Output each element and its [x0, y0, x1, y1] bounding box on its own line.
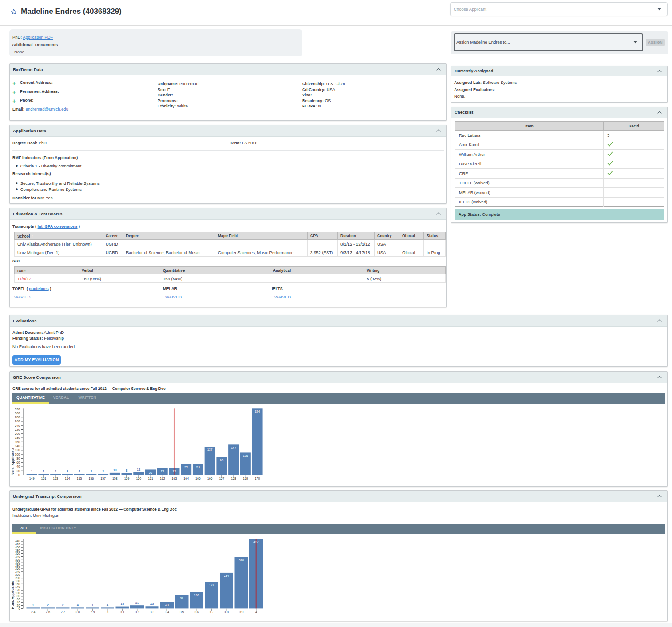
- svg-text:220: 220: [15, 573, 20, 576]
- svg-text:140: 140: [15, 444, 20, 448]
- svg-text:60: 60: [17, 598, 20, 601]
- svg-text:163: 163: [172, 477, 177, 480]
- svg-text:160: 160: [15, 440, 20, 444]
- svg-text:2.4: 2.4: [31, 611, 36, 614]
- svg-text:80: 80: [16, 457, 20, 460]
- svg-text:8: 8: [126, 469, 128, 472]
- svg-text:440: 440: [15, 540, 20, 543]
- svg-text:120: 120: [15, 588, 20, 591]
- svg-text:100: 100: [15, 591, 20, 595]
- svg-text:180: 180: [15, 436, 20, 439]
- svg-text:165: 165: [195, 477, 201, 480]
- svg-text:140: 140: [15, 585, 20, 588]
- svg-text:162: 162: [160, 477, 165, 480]
- svg-text:3.5: 3.5: [180, 611, 184, 614]
- svg-text:60: 60: [16, 461, 20, 464]
- svg-text:2.6: 2.6: [46, 611, 50, 614]
- svg-text:108: 108: [243, 454, 248, 457]
- svg-text:3.6: 3.6: [194, 611, 199, 614]
- svg-text:3.1: 3.1: [120, 611, 125, 614]
- svg-text:320: 320: [15, 558, 20, 561]
- svg-text:160: 160: [15, 583, 20, 586]
- svg-text:26: 26: [149, 471, 152, 474]
- svg-text:147: 147: [231, 446, 236, 449]
- svg-text:200: 200: [15, 576, 20, 579]
- svg-text:4: 4: [77, 603, 79, 607]
- svg-text:137: 137: [207, 448, 213, 451]
- svg-text:91: 91: [180, 596, 184, 599]
- svg-text:360: 360: [15, 552, 20, 555]
- svg-text:260: 260: [15, 420, 20, 423]
- svg-text:167: 167: [219, 477, 225, 480]
- svg-text:160: 160: [136, 477, 141, 480]
- svg-text:153: 153: [53, 477, 58, 480]
- svg-text:400: 400: [15, 546, 20, 549]
- svg-text:4: 4: [79, 470, 80, 473]
- svg-text:43: 43: [165, 603, 169, 607]
- svg-text:3: 3: [102, 470, 104, 473]
- svg-text:155: 155: [77, 477, 82, 480]
- svg-text:2.9: 2.9: [91, 611, 95, 614]
- svg-text:157: 157: [100, 477, 106, 480]
- svg-text:300: 300: [15, 561, 20, 564]
- svg-text:40: 40: [17, 601, 20, 604]
- svg-text:180: 180: [15, 579, 20, 583]
- svg-text:3.7: 3.7: [210, 611, 214, 614]
- svg-text:3: 3: [67, 470, 68, 473]
- svg-text:4: 4: [255, 611, 257, 614]
- svg-text:166: 166: [207, 477, 213, 480]
- svg-text:3.8: 3.8: [224, 611, 229, 614]
- svg-text:1: 1: [43, 470, 44, 473]
- svg-text:3.9: 3.9: [239, 611, 244, 614]
- svg-text:Num. Applicants: Num. Applicants: [11, 447, 15, 475]
- svg-text:240: 240: [15, 424, 20, 427]
- svg-text:86: 86: [220, 459, 223, 462]
- svg-text:14: 14: [121, 602, 124, 605]
- svg-text:21: 21: [135, 601, 139, 604]
- svg-text:149: 149: [29, 477, 35, 480]
- svg-text:2.8: 2.8: [75, 611, 80, 614]
- svg-text:53: 53: [196, 465, 200, 468]
- svg-text:158: 158: [112, 477, 118, 480]
- svg-text:280: 280: [15, 564, 20, 567]
- svg-text:40: 40: [16, 465, 20, 468]
- svg-text:3.4: 3.4: [165, 611, 169, 614]
- svg-text:1: 1: [32, 603, 34, 607]
- svg-text:12: 12: [137, 468, 140, 471]
- svg-text:151: 151: [41, 477, 47, 480]
- svg-text:0: 0: [18, 473, 20, 476]
- svg-text:234: 234: [224, 574, 229, 577]
- svg-text:156: 156: [89, 477, 94, 480]
- svg-text:380: 380: [15, 549, 20, 552]
- svg-text:4: 4: [55, 470, 56, 473]
- svg-text:15: 15: [150, 602, 154, 605]
- svg-text:4: 4: [107, 603, 108, 607]
- svg-text:159: 159: [124, 477, 130, 480]
- svg-text:80: 80: [17, 595, 20, 598]
- svg-text:20: 20: [17, 604, 20, 607]
- svg-text:3.2: 3.2: [135, 611, 139, 614]
- svg-text:168: 168: [231, 477, 236, 480]
- svg-text:52: 52: [184, 466, 188, 469]
- svg-text:161: 161: [148, 477, 153, 480]
- svg-text:220: 220: [15, 428, 20, 431]
- svg-text:108: 108: [194, 594, 199, 597]
- svg-text:340: 340: [15, 555, 20, 558]
- svg-text:1: 1: [92, 603, 94, 607]
- svg-text:420: 420: [15, 543, 20, 546]
- svg-text:20: 20: [16, 469, 20, 472]
- svg-text:100: 100: [15, 453, 20, 456]
- svg-text:260: 260: [15, 567, 20, 570]
- svg-text:336: 336: [239, 559, 244, 562]
- svg-text:1: 1: [31, 470, 33, 473]
- svg-text:2: 2: [90, 470, 92, 473]
- svg-text:300: 300: [15, 412, 20, 415]
- svg-text:2.7: 2.7: [61, 611, 65, 614]
- svg-text:200: 200: [15, 432, 20, 435]
- svg-text:120: 120: [15, 448, 20, 452]
- svg-text:3.3: 3.3: [150, 611, 154, 614]
- svg-text:2: 2: [47, 603, 49, 607]
- svg-text:0: 0: [18, 607, 20, 610]
- svg-text:10: 10: [113, 468, 117, 472]
- svg-text:32: 32: [161, 470, 164, 473]
